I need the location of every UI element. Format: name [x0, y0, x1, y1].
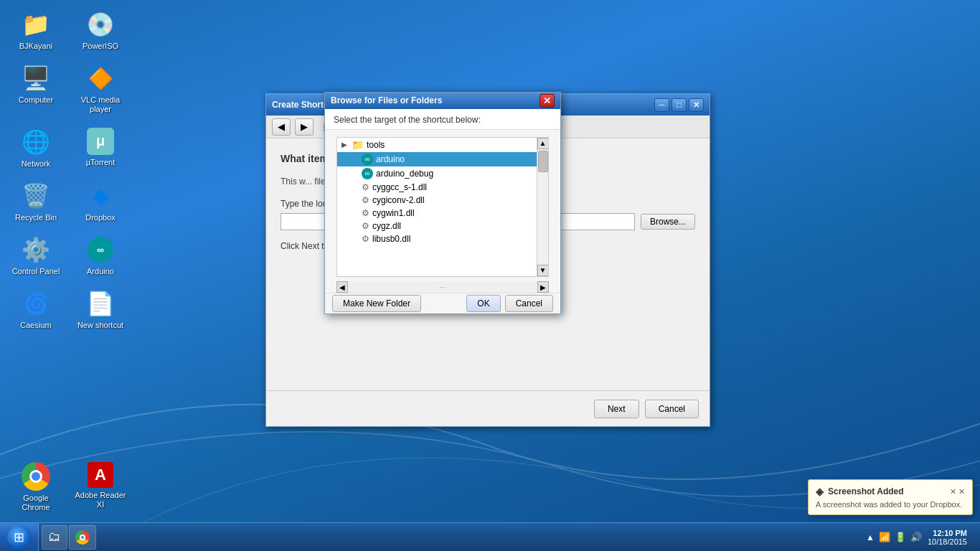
chrome-taskbar-icon — [75, 530, 90, 545]
network-icon: 🌐 — [22, 128, 50, 156]
tree-label-tools: tools — [367, 140, 385, 150]
tree-label-cygz: cygz.dll — [372, 221, 401, 231]
hscroll-dots: ··· — [440, 283, 446, 291]
tray-up-arrow-icon[interactable]: ▲ — [866, 532, 875, 542]
wizard-title-controls: ─ □ ✕ — [654, 98, 704, 112]
tree-item-arduino[interactable]: ∞ arduino — [337, 152, 548, 166]
dll-icon-libusb0: ⚙ — [362, 234, 369, 244]
vlc-icon: 🔶 — [86, 64, 115, 93]
browse-ok-button[interactable]: OK — [466, 295, 500, 312]
desktop-icon-dropbox[interactable]: ◆ Dropbox — [72, 179, 129, 225]
dropbox-toast-icon: ◈ — [816, 486, 824, 497]
start-button[interactable]: ⊞ — [0, 523, 39, 552]
tree-item-tools[interactable]: ▶ 📁 tools — [337, 138, 548, 152]
hscroll-track: ··· — [348, 281, 537, 293]
dropbox-icon: ◆ — [86, 182, 115, 210]
arduino-icon: ∞ — [86, 235, 115, 264]
poweriso-label: PowerISO — [83, 42, 118, 51]
taskbar-item-explorer[interactable]: 🗂 — [42, 525, 67, 550]
wizard-close-button[interactable]: ✕ — [689, 98, 704, 112]
browse-footer-buttons: OK Cancel — [466, 295, 553, 312]
desktop-icon-utorrent[interactable]: μ µTorrent — [72, 125, 129, 171]
scroll-up-button[interactable]: ▲ — [537, 138, 549, 149]
wizard-browse-button[interactable]: Browse... — [641, 214, 695, 230]
toast-header: ◈ Screenshot Added ✕ ✕ — [816, 486, 965, 497]
tray-volume-icon[interactable]: 🔊 — [910, 532, 922, 542]
adobe-label: Adobe Reader XI — [75, 491, 126, 509]
system-clock[interactable]: 12:10 PM 10/18/2015 — [928, 529, 973, 546]
toast-notification: ◈ Screenshot Added ✕ ✕ A screenshot was … — [808, 479, 973, 515]
taskbar: ⊞ 🗂 ▲ 📶 🔋 🔊 12:10 PM 10/18/2015 — [0, 522, 980, 551]
taskbar-items: 🗂 — [39, 525, 859, 550]
desktop-icon-network[interactable]: 🌐 Network — [7, 125, 65, 171]
tree-label-cygwin1: cygwin1.dll — [372, 208, 415, 218]
tray-network-icon: 📶 — [879, 532, 890, 542]
desktop-icon-caesium[interactable]: 🌀 Caesium — [7, 286, 65, 333]
network-label: Network — [22, 159, 50, 169]
arduino-label: Arduino — [87, 267, 114, 276]
computer-icon: 🖥️ — [22, 64, 50, 93]
scroll-down-button[interactable]: ▼ — [537, 265, 549, 276]
scroll-thumb[interactable] — [538, 151, 548, 172]
new-shortcut-label: New shortcut — [77, 321, 123, 330]
hscroll-left-button[interactable]: ◀ — [336, 281, 348, 293]
tree-item-cygiconv[interactable]: ⚙ cygiconv-2.dll — [337, 194, 548, 207]
explorer-taskbar-icon: 🗂 — [48, 529, 61, 545]
arduino-icon-tree: ∞ — [362, 154, 373, 165]
nav-forward-button[interactable]: ▶ — [295, 118, 314, 136]
dropbox-label: Dropbox — [85, 213, 116, 222]
desktop-icon-bjkayani[interactable]: 📁 BJKayani — [7, 7, 65, 54]
wizard-next-button[interactable]: Next — [594, 400, 639, 418]
desktop-icon-computer[interactable]: 🖥️ Computer — [7, 61, 65, 117]
tree-scrollbar[interactable]: ▲ ▼ — [537, 138, 548, 276]
bottom-left-icons: Google Chrome A Adobe Reader XI — [7, 459, 129, 515]
desktop-icon-poweriso[interactable]: 💿 PowerISO — [72, 7, 129, 54]
chrome-label: Google Chrome — [10, 494, 62, 512]
caesium-label: Caesium — [20, 321, 51, 330]
wizard-maximize-button[interactable]: □ — [672, 98, 687, 112]
chrome-icon — [22, 462, 50, 491]
tree-item-arduino-debug[interactable]: ∞ arduino_debug — [337, 166, 548, 181]
tree-item-cyggcc[interactable]: ⚙ cyggcc_s-1.dll — [337, 181, 548, 194]
browse-tree[interactable]: ▶ 📁 tools ∞ arduino ∞ arduino_debug ⚙ cy… — [336, 137, 549, 277]
tree-label-arduino-debug: arduino_debug — [376, 169, 433, 179]
browse-tree-container: ▶ 📁 tools ∞ arduino ∞ arduino_debug ⚙ cy… — [331, 133, 555, 293]
toast-body: A screenshot was added to your Dropbox. — [816, 500, 965, 509]
browse-hscroll[interactable]: ◀ ··· ▶ — [336, 281, 549, 293]
nav-back-button[interactable]: ◀ — [272, 118, 291, 136]
start-orb-icon: ⊞ — [7, 525, 32, 550]
tree-label-libusb0: libusb0.dll — [372, 234, 410, 244]
wizard-cancel-button[interactable]: Cancel — [645, 400, 699, 418]
caesium-icon: 🌀 — [22, 289, 50, 318]
desktop-icon-adobe[interactable]: A Adobe Reader XI — [72, 459, 129, 515]
tree-item-cygz[interactable]: ⚙ cygz.dll — [337, 220, 548, 232]
desktop-icon-new-shortcut[interactable]: 📄 New shortcut — [72, 286, 129, 333]
taskbar-item-chrome[interactable] — [69, 525, 96, 550]
browse-close-button[interactable]: ✕ — [540, 94, 555, 108]
tray-icons: ▲ 📶 🔋 🔊 — [866, 532, 922, 542]
desktop-icon-vlc[interactable]: 🔶 VLC media player — [72, 61, 129, 117]
clock-date: 10/18/2015 — [928, 537, 967, 546]
adobe-icon: A — [88, 462, 113, 488]
tray-battery-icon: 🔋 — [895, 532, 906, 542]
desktop-icon-control-panel[interactable]: ⚙️ Control Panel — [7, 232, 65, 279]
hscroll-right-button[interactable]: ▶ — [537, 281, 549, 293]
toast-close-button[interactable]: ✕ ✕ — [950, 487, 965, 496]
browse-titlebar: Browse for Files or Folders ✕ — [325, 93, 560, 109]
tree-item-cygwin1[interactable]: ⚙ cygwin1.dll — [337, 207, 548, 220]
toast-title-text: Screenshot Added — [828, 486, 904, 496]
desktop-icon-arduino[interactable]: ∞ Arduino — [72, 232, 129, 279]
browse-title: Browse for Files or Folders — [331, 95, 442, 105]
tree-label-arduino: arduino — [376, 154, 405, 164]
tree-item-libusb0[interactable]: ⚙ libusb0.dll — [337, 232, 548, 245]
browse-cancel-button[interactable]: Cancel — [505, 295, 553, 312]
browse-make-folder-button[interactable]: Make New Folder — [332, 295, 421, 312]
tree-label-cyggcc: cyggcc_s-1.dll — [372, 182, 427, 192]
recycle-icon: 🗑️ — [22, 182, 50, 210]
bjkayani-icon: 📁 — [22, 10, 50, 39]
wizard-minimize-button[interactable]: ─ — [654, 98, 669, 112]
bjkayani-label: BJKayani — [19, 42, 52, 51]
desktop-icon-recycle[interactable]: 🗑️ Recycle Bin — [7, 179, 65, 225]
desktop-icon-chrome[interactable]: Google Chrome — [7, 459, 65, 515]
arduino-debug-icon: ∞ — [362, 168, 373, 179]
